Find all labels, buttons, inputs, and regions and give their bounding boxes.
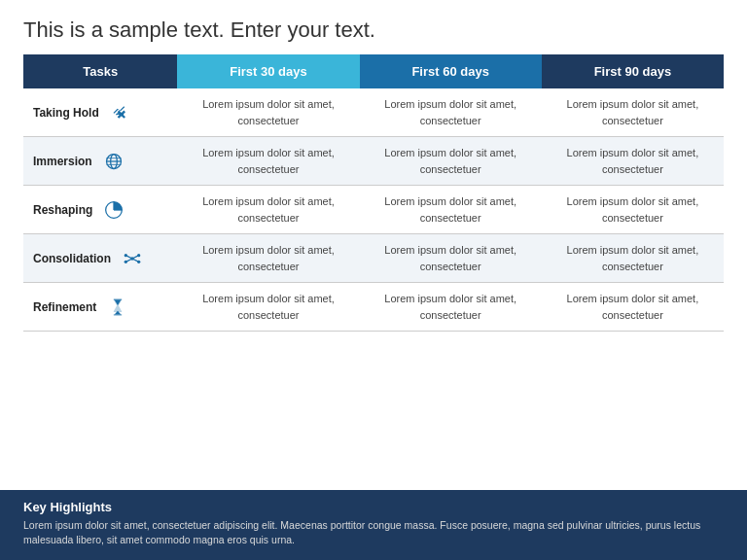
nodes-icon xyxy=(123,249,142,268)
col-header-90: First 90 days xyxy=(542,54,724,88)
content-cell: Lorem ipsum dolor sit amet, consectetuer xyxy=(360,137,542,186)
main-table: Tasks First 30 days First 60 days First … xyxy=(23,54,724,332)
page-title: This is a sample text. Enter your text. xyxy=(23,18,724,43)
content-cell: Lorem ipsum dolor sit amet, consectetuer xyxy=(542,234,724,283)
task-label: Refinement xyxy=(33,300,96,314)
content-cell: Lorem ipsum dolor sit amet, consectetuer xyxy=(542,283,724,332)
content-cell: Lorem ipsum dolor sit amet, consectetuer xyxy=(177,137,359,186)
task-label: Reshaping xyxy=(33,203,92,217)
task-label: Consolidation xyxy=(33,252,111,265)
task-label: Immersion xyxy=(33,155,92,168)
pie-icon xyxy=(104,200,124,220)
footer-title: Key Highlights xyxy=(23,500,724,514)
task-cell: Consolidation xyxy=(23,234,177,283)
table-wrapper: Tasks First 30 days First 60 days First … xyxy=(0,54,747,490)
table-row: ConsolidationLorem ipsum dolor sit amet,… xyxy=(23,234,724,283)
content-cell: Lorem ipsum dolor sit amet, consectetuer xyxy=(542,137,724,186)
content-cell: Lorem ipsum dolor sit amet, consectetuer xyxy=(177,186,359,234)
footer-area: Key Highlights Lorem ipsum dolor sit ame… xyxy=(0,490,747,561)
content-cell: Lorem ipsum dolor sit amet, consectetuer xyxy=(360,186,542,234)
table-row: RefinementLorem ipsum dolor sit amet, co… xyxy=(23,283,724,332)
content-cell: Lorem ipsum dolor sit amet, consectetuer xyxy=(177,234,359,283)
task-label: Taking Hold xyxy=(33,106,99,120)
content-cell: Lorem ipsum dolor sit amet, consectetuer xyxy=(360,88,542,137)
svg-line-16 xyxy=(132,259,139,262)
content-cell: Lorem ipsum dolor sit amet, consectetuer xyxy=(360,234,542,283)
svg-line-15 xyxy=(125,259,132,262)
table-row: Taking HoldLorem ipsum dolor sit amet, c… xyxy=(23,88,724,137)
svg-line-13 xyxy=(125,255,132,258)
svg-line-14 xyxy=(132,255,139,258)
task-cell: Taking Hold xyxy=(23,88,177,137)
handshake-icon xyxy=(111,103,130,122)
col-header-60: First 60 days xyxy=(360,54,542,88)
hourglass-icon xyxy=(108,298,127,317)
globe-icon xyxy=(104,152,124,171)
content-cell: Lorem ipsum dolor sit amet, consectetuer xyxy=(542,186,724,234)
content-cell: Lorem ipsum dolor sit amet, consectetuer xyxy=(177,88,359,137)
page-container: This is a sample text. Enter your text. … xyxy=(0,0,747,560)
col-header-tasks: Tasks xyxy=(23,54,177,88)
content-cell: Lorem ipsum dolor sit amet, consectetuer xyxy=(360,283,542,332)
footer-body: Lorem ipsum dolor sit amet, consectetuer… xyxy=(23,518,724,549)
content-cell: Lorem ipsum dolor sit amet, consectetuer xyxy=(177,283,359,332)
svg-rect-17 xyxy=(114,298,122,299)
task-cell: Reshaping xyxy=(23,186,177,234)
table-row: ReshapingLorem ipsum dolor sit amet, con… xyxy=(23,186,724,234)
title-area: This is a sample text. Enter your text. xyxy=(0,0,747,54)
task-cell: Refinement xyxy=(23,283,177,332)
svg-rect-18 xyxy=(114,314,122,315)
table-row: ImmersionLorem ipsum dolor sit amet, con… xyxy=(23,137,724,186)
task-cell: Immersion xyxy=(23,137,177,186)
col-header-30: First 30 days xyxy=(177,54,359,88)
content-cell: Lorem ipsum dolor sit amet, consectetuer xyxy=(542,88,724,137)
